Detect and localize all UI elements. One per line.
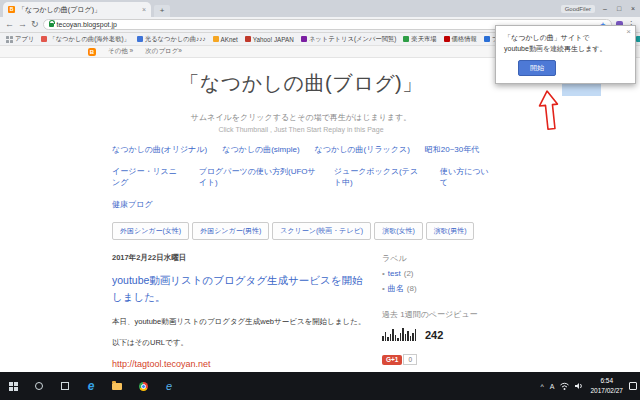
cortana-search-button[interactable] (26, 372, 52, 400)
window-minimize-button[interactable]: – (598, 0, 612, 17)
start-button-windows[interactable] (0, 372, 26, 400)
bookmark-label: 価格情報 (452, 35, 477, 44)
bookmark-item[interactable]: 今日の健康状態は? (636, 35, 640, 44)
post-title[interactable]: youtube動画リストのブログタグ生成サービスを開始しました。 (112, 272, 367, 306)
bookmark-apps[interactable]: アプリ (6, 35, 34, 44)
blogger-favicon: B (8, 6, 15, 13)
labels-heading: ラベル (382, 253, 490, 264)
label-count: (8) (407, 284, 417, 293)
window-close-button[interactable]: × (626, 0, 640, 17)
bookmark-item[interactable]: 楽天市場 (403, 35, 436, 44)
bookmark-label: 楽天市場 (411, 35, 436, 44)
label-name[interactable]: test (388, 269, 401, 278)
search-icon (35, 382, 43, 390)
bookmark-favicon (301, 36, 307, 42)
tab-screen-movie-tv[interactable]: スクリーン(映画・テレビ) (272, 222, 371, 240)
explorer-taskbar-button[interactable] (104, 372, 130, 400)
blog-nav-row-2: イージー・リスニング ブログパーツの使い方列(UFOサイト) ジュークボックス(… (112, 166, 490, 188)
folder-icon (112, 383, 122, 390)
back-icon[interactable]: ← (5, 20, 14, 29)
label-item-test[interactable]: • test (2) (382, 269, 490, 278)
label-name[interactable]: 曲名 (388, 283, 404, 294)
bookmark-label: Yahoo! JAPAN (253, 36, 294, 43)
bookmark-item[interactable]: Yahoo! JAPAN (245, 36, 294, 43)
selection-highlight (562, 84, 601, 96)
task-view-button[interactable] (52, 372, 78, 400)
bookmark-item[interactable]: 価格情報 (444, 35, 477, 44)
screen: B 「なつかしの曲(ブログ)」 × + GoodFiler – □ × ← → … (0, 0, 640, 400)
volume-icon[interactable] (575, 382, 584, 390)
bookmark-favicon (484, 36, 490, 42)
nav-link-howto[interactable]: 使い方について (440, 166, 490, 188)
network-icon[interactable] (560, 382, 569, 390)
nav-link-simple[interactable]: なつかしの曲(simple) (222, 144, 299, 155)
bookmark-favicon (213, 36, 219, 42)
blog-title[interactable]: 「なつかしの曲(ブログ)」 (112, 70, 490, 97)
blogger-logo-icon[interactable]: B (88, 48, 96, 56)
chrome-icon (139, 382, 148, 391)
tab-foreign-singer-female[interactable]: 外国シンガー(女性) (112, 222, 189, 240)
hidden-icons-chevron[interactable]: ^ (540, 383, 543, 390)
clock-date: 2017/02/27 (590, 386, 623, 396)
taskbar-clock[interactable]: 6:54 2017/02/27 (590, 376, 623, 396)
blogger-more-link[interactable]: その他 » (108, 47, 133, 56)
bookmark-item[interactable]: ネットテトリス(メンバー閲覧) (301, 35, 397, 44)
pageviews-count: 242 (425, 329, 443, 341)
category-tabs: 外国シンガー(女性) 外国シンガー(男性) スクリーン(映画・テレビ) 演歌(女… (112, 222, 490, 240)
chrome-taskbar-button[interactable] (130, 372, 156, 400)
bookmark-item[interactable]: 光るなつかしの曲♪♪♪ (137, 35, 206, 44)
nav-link-health-blog[interactable]: 健康ブログ (112, 199, 153, 210)
apps-grid-icon (6, 36, 13, 43)
tab-title: 「なつかしの曲(ブログ)」 (18, 5, 139, 15)
nav-link-original[interactable]: なつかしの曲(オリジナル) (112, 144, 207, 155)
notification-close-icon[interactable]: × (626, 27, 631, 36)
gplus-count: 0 (403, 354, 417, 365)
post-column: 2017年2月22日水曜日 youtube動画リストのブログタグ生成サービスを開… (112, 253, 367, 371)
new-tab-button[interactable]: + (154, 5, 170, 17)
nav-link-blogparts[interactable]: ブログパーツの使い方列(UFOサイト) (199, 166, 319, 188)
bullet-icon: • (382, 269, 385, 278)
ie-taskbar-button[interactable]: e (156, 372, 182, 400)
gplus-button[interactable]: G+1 (382, 355, 402, 365)
edge-icon: e (88, 379, 95, 393)
bookmark-label: アプリ (15, 35, 34, 44)
tab-foreign-singer-male[interactable]: 外国シンガー(男性) (192, 222, 269, 240)
profile-name-chip[interactable]: GoodFiler (561, 5, 595, 13)
browser-tab[interactable]: B 「なつかしの曲(ブログ)」 × (3, 2, 151, 17)
window-maximize-button[interactable]: □ (612, 0, 626, 17)
nav-link-jukebox[interactable]: ジュークボックス(テスト中) (334, 166, 425, 188)
tab-close-icon[interactable]: × (142, 6, 146, 13)
gplus-widget: G+1 0 (382, 354, 490, 365)
forward-icon[interactable]: → (18, 20, 27, 29)
bookmark-favicon (245, 36, 251, 42)
nav-link-easy-listening[interactable]: イージー・リスニング (112, 166, 184, 188)
bullet-icon: • (382, 284, 385, 293)
windows-logo-icon (9, 382, 18, 391)
system-tray: ^ A 6:54 2017/02/27 (540, 372, 640, 400)
bookmark-label: 「なつかしの曲(海外老歌)」 (49, 35, 130, 44)
notification-text-line1: 「なつかしの曲」サイトで (504, 32, 627, 43)
post-url-link[interactable]: http://tagtool.tecoyan.net (112, 359, 211, 369)
bookmark-favicon (137, 36, 143, 42)
blog-container: 「なつかしの曲(ブログ)」 サムネイルをクリックするとその場で再生がはじまります… (112, 58, 490, 371)
nav-link-relax[interactable]: なつかしの曲(リラックス) (315, 144, 410, 155)
pageviews-row: 242 (382, 327, 490, 341)
browser-tabstrip: B 「なつかしの曲(ブログ)」 × + GoodFiler – □ × (0, 0, 640, 17)
reload-icon[interactable]: ↻ (31, 20, 39, 29)
blog-subtitle-en: Click Thumbnail , Just Then Start Replay… (112, 126, 490, 133)
edge-taskbar-button[interactable]: e (78, 372, 104, 400)
bookmark-item[interactable]: AKnet (213, 36, 238, 43)
bookmark-favicon (636, 36, 640, 42)
tab-enka-male[interactable]: 演歌(男性) (426, 222, 475, 240)
bookmark-item[interactable]: 「なつかしの曲(海外老歌)」 (41, 35, 130, 44)
tab-enka-female[interactable]: 演歌(女性) (374, 222, 423, 240)
clock-time: 6:54 (590, 376, 623, 386)
ime-indicator[interactable]: A (550, 383, 555, 390)
blog-subtitle-jp: サムネイルをクリックするとその場で再生がはじまります。 (112, 112, 490, 123)
nav-link-showa[interactable]: 昭和20~30年代 (425, 144, 479, 155)
content-columns: 2017年2月22日水曜日 youtube動画リストのブログタグ生成サービスを開… (112, 253, 490, 371)
blogger-next-blog-link[interactable]: 次のブログ» (145, 47, 182, 56)
start-button[interactable]: 開始 (518, 60, 556, 76)
action-center-icon[interactable] (629, 382, 637, 390)
label-item-kyokumei[interactable]: • 曲名 (8) (382, 283, 490, 294)
